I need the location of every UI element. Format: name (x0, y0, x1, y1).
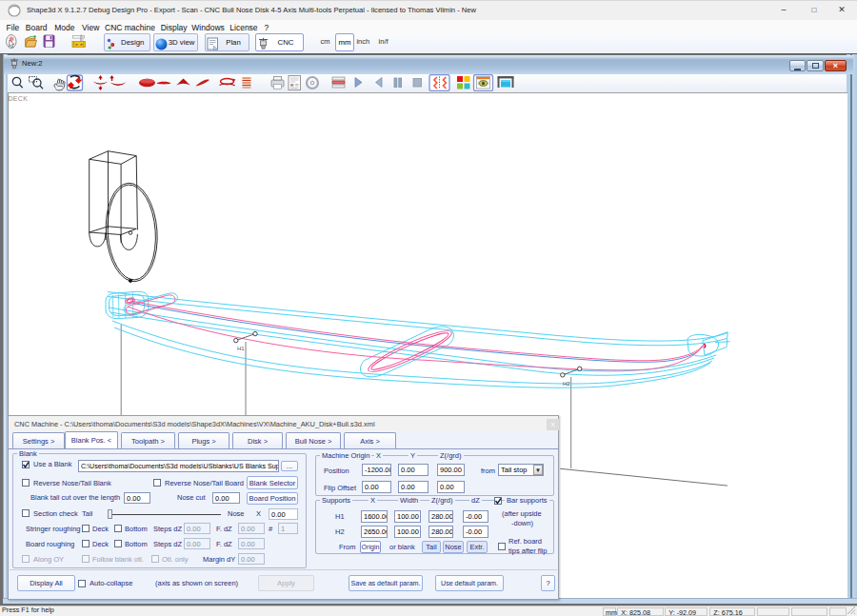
svg-text:H1: H1 (237, 346, 245, 351)
svg-text:H2: H2 (563, 380, 570, 386)
